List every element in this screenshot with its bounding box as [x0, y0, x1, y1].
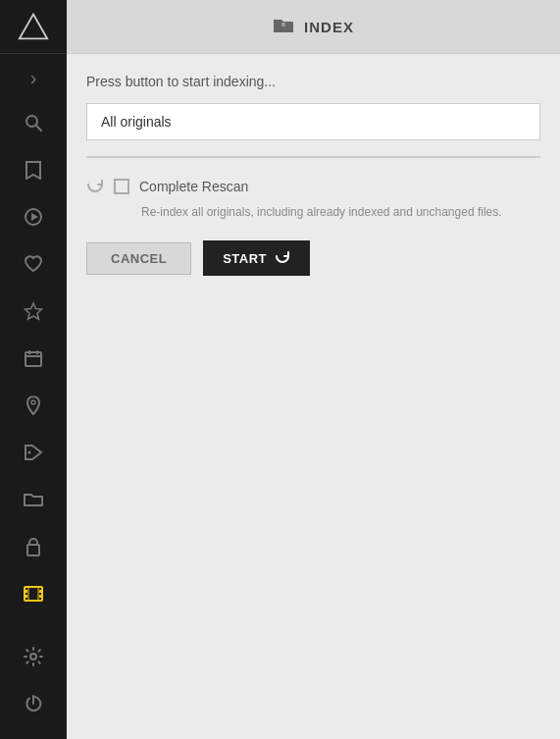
- expand-icon: ›: [30, 67, 37, 89]
- svg-rect-14: [25, 590, 27, 593]
- actions-row: CANCEL START: [86, 240, 540, 276]
- sidebar-item-heart[interactable]: [0, 242, 67, 290]
- play-icon: [25, 208, 42, 231]
- sidebar-item-play[interactable]: [0, 195, 67, 242]
- sidebar-item-location[interactable]: [0, 384, 67, 431]
- sidebar-item-folder[interactable]: [0, 478, 67, 525]
- dropdown-value: All originals: [101, 114, 172, 130]
- header: INDEX: [67, 0, 560, 54]
- rescan-label: Complete Rescan: [139, 179, 248, 194]
- rescan-checkbox[interactable]: [114, 179, 129, 194]
- logo[interactable]: [0, 0, 67, 54]
- svg-rect-17: [39, 595, 42, 598]
- folder-icon: [24, 492, 43, 512]
- rescan-description: Re-index all originals, including alread…: [141, 205, 540, 219]
- sidebar-item-lock[interactable]: [0, 525, 67, 572]
- tag-icon: [24, 444, 43, 466]
- lock-icon: [25, 537, 41, 561]
- sidebar-item-star[interactable]: [0, 290, 67, 337]
- svg-rect-13: [25, 587, 42, 601]
- start-label: START: [223, 251, 267, 266]
- page-title: INDEX: [304, 19, 354, 35]
- sidebar-item-search[interactable]: [0, 101, 67, 148]
- sidebar-item-power[interactable]: [0, 682, 67, 729]
- power-icon: [25, 695, 42, 717]
- svg-rect-6: [25, 352, 41, 366]
- heart-icon: [24, 255, 43, 278]
- star-icon: [24, 301, 43, 326]
- svg-rect-15: [25, 595, 27, 598]
- prompt-text: Press button to start indexing...: [86, 74, 540, 89]
- start-button[interactable]: START: [203, 240, 310, 276]
- svg-marker-4: [31, 213, 38, 221]
- svg-rect-21: [281, 23, 285, 26]
- divider: [86, 156, 540, 158]
- sidebar-item-bookmark[interactable]: [0, 148, 67, 195]
- svg-point-20: [30, 654, 36, 660]
- search-icon: [24, 113, 43, 137]
- svg-rect-12: [27, 545, 39, 555]
- settings-icon: [24, 647, 43, 671]
- sidebar-item-settings[interactable]: [0, 635, 67, 682]
- sidebar-item-film[interactable]: [0, 572, 67, 619]
- sidebar-item-calendar[interactable]: [0, 337, 67, 384]
- location-icon: [25, 396, 41, 420]
- svg-line-2: [36, 126, 41, 131]
- originals-dropdown[interactable]: All originals: [86, 103, 540, 140]
- film-icon: [24, 585, 43, 607]
- calendar-icon: [25, 349, 42, 372]
- content-area: Press button to start indexing... All or…: [67, 54, 560, 739]
- header-icon: [273, 16, 294, 38]
- svg-marker-0: [20, 15, 47, 39]
- start-refresh-icon: [275, 248, 290, 268]
- svg-rect-16: [39, 590, 42, 593]
- svg-point-10: [31, 400, 35, 404]
- sidebar: ›: [0, 0, 67, 739]
- main-content: INDEX Press button to start indexing... …: [67, 0, 560, 739]
- svg-marker-5: [25, 303, 42, 319]
- rescan-icon: [86, 176, 104, 197]
- bookmark-icon: [25, 160, 42, 185]
- svg-point-11: [28, 450, 31, 453]
- sidebar-item-expand[interactable]: ›: [0, 54, 67, 101]
- sidebar-item-tag[interactable]: [0, 431, 67, 478]
- rescan-row: Complete Rescan: [86, 176, 540, 197]
- cancel-button[interactable]: CANCEL: [86, 242, 191, 275]
